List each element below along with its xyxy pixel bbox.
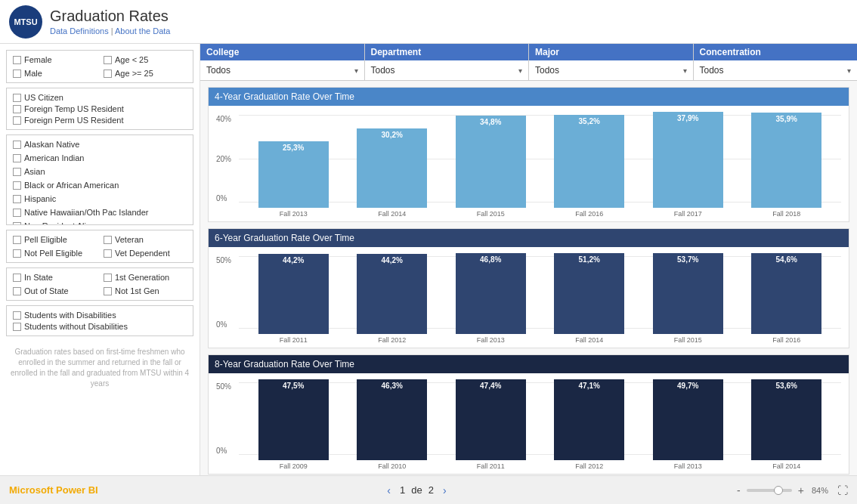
state-col: In State Out of State (13, 273, 96, 295)
data-definitions-link[interactable]: Data Definitions (50, 26, 109, 36)
veteran-row[interactable]: Veteran (104, 235, 187, 244)
foreign-perm-checkbox[interactable] (13, 116, 21, 125)
not-first-gen-label: Not 1st Gen (115, 286, 159, 295)
us-citizen-row[interactable]: US Citizen (13, 93, 187, 102)
not-pell-checkbox[interactable] (13, 249, 21, 258)
zoom-plus-button[interactable]: + (797, 484, 806, 496)
current-page: 1 (400, 484, 405, 496)
alaskan-native-checkbox[interactable] (13, 141, 21, 149)
bar-6yr-2-label: Fall 2012 (378, 336, 406, 344)
bar-6yr-3: 46,8% Fall 2013 (444, 253, 538, 344)
zoom-slider[interactable] (747, 489, 792, 492)
six-year-chart-header: 6-Year Graduation Rate Over Time (209, 229, 849, 247)
zoom-thumb[interactable] (774, 486, 783, 495)
bar-4yr-3-label: Fall 2015 (477, 210, 505, 218)
bar-8yr-2: 46,3% Fall 2010 (345, 379, 440, 470)
asian-row[interactable]: Asian (13, 167, 187, 176)
vet-dependent-label: Vet Dependent (115, 249, 170, 258)
not-first-gen-row[interactable]: Not 1st Gen (104, 286, 187, 295)
bar-6yr-5-value: 53,7% (677, 253, 698, 264)
male-row[interactable]: Male (13, 69, 96, 78)
out-of-state-checkbox[interactable] (13, 287, 21, 295)
age-gte25-row[interactable]: Age >= 25 (104, 69, 187, 78)
bar-8yr-3: 47,4% Fall 2011 (444, 379, 538, 470)
non-resident-checkbox[interactable] (13, 222, 21, 226)
black-row[interactable]: Black or African American (13, 181, 187, 190)
foreign-perm-label: Foreign Perm US Resident (24, 116, 123, 125)
black-checkbox[interactable] (13, 181, 21, 190)
4yr-y-mid: 20% (216, 155, 239, 163)
prev-page-button[interactable]: ‹ (384, 484, 394, 496)
hispanic-checkbox[interactable] (13, 195, 21, 203)
state-gen-group: In State Out of State 1st Generation (6, 267, 193, 301)
concentration-value: Todos (700, 65, 724, 76)
powerbi-link[interactable]: Microsoft Power BI (9, 484, 98, 496)
us-citizen-checkbox[interactable] (13, 94, 21, 102)
veteran-checkbox[interactable] (104, 236, 112, 244)
bar-8yr-1: 47,5% Fall 2009 (246, 379, 341, 470)
pell-veteran-group: Pell Eligible Not Pell Eligible Veteran (6, 230, 193, 263)
without-disability-row[interactable]: Students without Disabilities (13, 322, 187, 331)
with-disability-row[interactable]: Students with Disabilities (13, 311, 187, 320)
out-of-state-label: Out of State (24, 286, 69, 295)
age-lt25-label: Age < 25 (115, 55, 148, 64)
bar-8yr-2-label: Fall 2010 (378, 462, 406, 470)
bar-6yr-6: 54,6% Fall 2016 (740, 253, 834, 344)
non-resident-row[interactable]: Non-Resident Alien (13, 221, 187, 225)
age-gte25-checkbox[interactable] (104, 70, 112, 78)
asian-checkbox[interactable] (13, 168, 21, 176)
six-year-chart-body: 50% 0% (209, 247, 849, 348)
without-disability-checkbox[interactable] (13, 323, 21, 331)
gen-col: 1st Generation Not 1st Gen (104, 273, 187, 295)
native-hawaiian-label: Native Hawaiian/Oth Pac Islander (24, 208, 148, 217)
four-year-chart-header: 4-Year Graduation Rate Over Time (209, 88, 849, 106)
with-disability-label: Students with Disabilities (24, 311, 116, 320)
eight-year-chart-body: 50% 0% (209, 373, 849, 474)
bar-4yr-6: 35,9% Fall 2018 (740, 112, 834, 218)
foreign-perm-row[interactable]: Foreign Perm US Resident (13, 116, 187, 125)
alaskan-native-row[interactable]: Alaskan Native (13, 140, 187, 149)
age-lt25-checkbox[interactable] (104, 56, 112, 64)
concentration-select[interactable]: Todos ▾ (694, 60, 858, 80)
next-page-button[interactable]: › (440, 484, 450, 496)
first-gen-row[interactable]: 1st Generation (104, 273, 187, 282)
vet-dependent-row[interactable]: Vet Dependent (104, 249, 187, 258)
pell-eligible-checkbox[interactable] (13, 236, 21, 244)
in-state-row[interactable]: In State (13, 273, 96, 282)
bar-8yr-5: 49,7% Fall 2013 (641, 379, 735, 470)
american-indian-checkbox[interactable] (13, 154, 21, 162)
zoom-minus-button[interactable]: - (735, 484, 742, 496)
out-of-state-row[interactable]: Out of State (13, 286, 96, 295)
sidebar-note: Graduation rates based on first-time fre… (6, 344, 193, 392)
in-state-checkbox[interactable] (13, 274, 21, 282)
age-lt25-row[interactable]: Age < 25 (104, 55, 187, 64)
6yr-y-zero: 0% (216, 320, 239, 329)
american-indian-row[interactable]: American Indian (13, 153, 187, 162)
not-first-gen-checkbox[interactable] (104, 287, 112, 295)
bar-8yr-4: 47,1% Fall 2012 (543, 379, 637, 470)
8yr-y-max: 50% (216, 382, 239, 391)
hispanic-row[interactable]: Hispanic (13, 194, 187, 203)
department-select[interactable]: Todos ▾ (365, 60, 529, 80)
with-disability-checkbox[interactable] (13, 311, 21, 320)
male-checkbox[interactable] (13, 70, 21, 78)
college-select[interactable]: Todos ▾ (200, 60, 364, 80)
foreign-temp-checkbox[interactable] (13, 105, 21, 113)
bar-6yr-1-value: 44,2% (283, 254, 304, 264)
fit-screen-icon[interactable]: ⛶ (837, 484, 848, 496)
about-data-link[interactable]: About the Data (115, 26, 170, 36)
foreign-temp-row[interactable]: Foreign Temp US Resident (13, 104, 187, 113)
native-hawaiian-row[interactable]: Native Hawaiian/Oth Pac Islander (13, 208, 187, 217)
native-hawaiian-checkbox[interactable] (13, 209, 21, 217)
pell-eligible-row[interactable]: Pell Eligible (13, 235, 96, 244)
female-row[interactable]: Female (13, 55, 96, 64)
vet-dependent-checkbox[interactable] (104, 249, 112, 258)
major-select[interactable]: Todos ▾ (529, 60, 693, 80)
zoom-level: 84% (812, 486, 828, 495)
page-separator: de (411, 484, 422, 496)
college-label: College (200, 44, 364, 60)
not-pell-row[interactable]: Not Pell Eligible (13, 249, 96, 258)
female-checkbox[interactable] (13, 56, 21, 64)
bar-6yr-4-label: Fall 2014 (575, 336, 603, 344)
first-gen-checkbox[interactable] (104, 274, 112, 282)
